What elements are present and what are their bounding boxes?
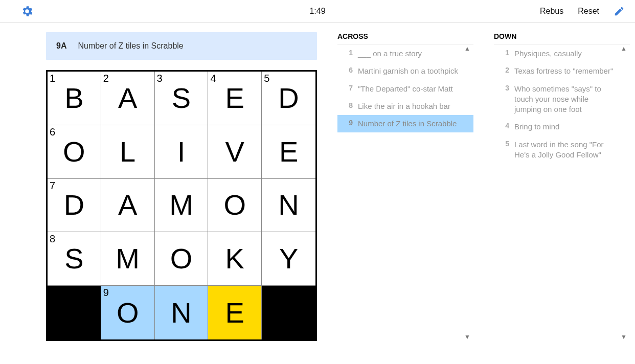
cell-letter: N [278, 191, 299, 219]
active-clue-bar: 9A Number of Z tiles in Scrabble [46, 32, 317, 60]
cell[interactable]: N [155, 286, 209, 339]
cell-black [48, 286, 101, 339]
cell-letter: D [64, 191, 84, 219]
cell-letter: M [169, 191, 193, 219]
clue-item[interactable]: 6Martini garnish on a toothpick [337, 62, 473, 80]
cell[interactable]: 1B [48, 72, 101, 125]
cell[interactable]: 9O [101, 286, 155, 339]
cell[interactable]: O [208, 179, 262, 233]
clue-text: Who sometimes "says" to touch your nose … [514, 84, 616, 115]
cell-letter: S [64, 244, 83, 273]
cell[interactable]: 5D [262, 72, 315, 125]
cell-number: 7 [50, 180, 55, 192]
cell-letter: B [64, 84, 83, 112]
clue-number: 7 [342, 84, 353, 92]
cell-letter: O [224, 191, 246, 219]
cell[interactable]: M [155, 179, 209, 233]
cell[interactable]: 6O [48, 125, 101, 179]
scroll-down-icon[interactable]: ▼ [463, 333, 471, 341]
cell[interactable]: O [155, 232, 209, 286]
clue-number: 9 [342, 119, 353, 127]
cell-letter: V [225, 138, 244, 166]
cell-letter: K [225, 244, 244, 273]
clue-text: Texas fortress to "remember" [514, 66, 616, 76]
cell[interactable]: 4E [208, 72, 262, 125]
cell-number: 6 [50, 126, 55, 138]
cell[interactable]: L [101, 125, 155, 179]
clue-text: Number of Z tiles in Scrabble [358, 119, 459, 129]
cell-letter: A [118, 84, 137, 112]
cell[interactable]: 3S [155, 72, 209, 125]
clue-text: Like the air in a hookah bar [358, 101, 459, 111]
clue-number: 4 [498, 122, 509, 130]
cell-letter: L [120, 138, 135, 166]
clue-item[interactable]: 3Who sometimes "says" to touch your nose… [494, 80, 630, 119]
clue-text: Bring to mind [514, 122, 616, 132]
crossword-grid[interactable]: 1B2A3S4E5D6OLIVE7DAMON8SMOKY9ONE [46, 70, 317, 341]
cell-letter: A [118, 191, 137, 219]
clue-item[interactable]: 2Texas fortress to "remember" [494, 62, 630, 80]
clue-number: 1 [342, 49, 353, 57]
clue-number: 5 [498, 140, 509, 148]
cell-number: 9 [103, 287, 109, 299]
clue-item[interactable]: 5Last word in the song "For He's a Jolly… [494, 136, 630, 164]
scroll-up-icon[interactable]: ▲ [463, 44, 471, 53]
cell[interactable]: Y [262, 232, 315, 286]
timer[interactable]: 1:49 [309, 7, 325, 16]
cell-letter: O [170, 244, 193, 273]
cell-number: 3 [157, 73, 163, 84]
down-clue-list: 1Physiques, casually2Texas fortress to "… [494, 44, 630, 164]
reset-button[interactable]: Reset [578, 7, 599, 16]
cell-number: 4 [210, 73, 216, 84]
clue-item[interactable]: 1___ on a true story [337, 45, 473, 62]
cell-letter: O [117, 299, 139, 327]
clue-item[interactable]: 4Bring to mind [494, 118, 630, 135]
clue-item[interactable]: 8Like the air in a hookah bar [337, 98, 473, 115]
scroll-up-icon[interactable]: ▲ [620, 44, 628, 53]
cell[interactable]: E [208, 286, 262, 339]
down-panel: DOWN 1Physiques, casually2Texas fortress… [494, 32, 630, 341]
cell[interactable]: 7D [48, 179, 101, 233]
down-title: DOWN [494, 32, 630, 44]
active-clue-text: Number of Z tiles in Scrabble [78, 41, 183, 51]
cell[interactable]: K [208, 232, 262, 286]
cell[interactable]: N [262, 179, 315, 233]
clue-item[interactable]: 7"The Departed" co-star Matt [337, 80, 473, 98]
cell-letter: E [225, 84, 244, 112]
clue-text: "The Departed" co-star Matt [358, 84, 459, 94]
gear-icon[interactable] [20, 5, 34, 18]
cell-letter: E [225, 299, 244, 327]
cell[interactable]: A [101, 179, 155, 233]
cell[interactable]: 2A [101, 72, 155, 125]
cell-letter: Y [279, 244, 298, 273]
clue-number: 1 [498, 49, 509, 57]
cell[interactable]: M [101, 232, 155, 286]
scroll-down-icon[interactable]: ▼ [620, 333, 628, 341]
clue-number: 2 [498, 66, 509, 74]
cell[interactable]: I [155, 125, 209, 179]
cell[interactable]: E [262, 125, 315, 179]
cell-black [262, 286, 315, 339]
clue-text: Martini garnish on a toothpick [358, 66, 459, 76]
clue-item[interactable]: 9Number of Z tiles in Scrabble [337, 115, 473, 132]
clue-number: 3 [498, 84, 509, 92]
cell-letter: M [116, 244, 140, 273]
clue-text: Physiques, casually [514, 49, 616, 59]
cell-letter: N [171, 299, 191, 327]
clue-number: 6 [342, 66, 353, 74]
cell-letter: S [172, 84, 191, 112]
cell[interactable]: 8S [48, 232, 101, 286]
cell-letter: I [177, 138, 186, 166]
across-panel: ACROSS 1___ on a true story6Martini garn… [337, 32, 473, 341]
cell[interactable]: V [208, 125, 262, 179]
cell-letter: O [63, 138, 85, 166]
clue-item[interactable]: 1Physiques, casually [494, 45, 630, 62]
across-title: ACROSS [337, 32, 473, 44]
toolbar: 1:49 Rebus Reset [0, 0, 635, 23]
cell-number: 8 [50, 233, 55, 245]
active-clue-number: 9A [56, 41, 66, 51]
pencil-icon[interactable] [614, 6, 625, 17]
rebus-button[interactable]: Rebus [540, 7, 563, 16]
clue-text: Last word in the song "For He's a Jolly … [514, 140, 616, 161]
cell-number: 2 [103, 73, 109, 84]
